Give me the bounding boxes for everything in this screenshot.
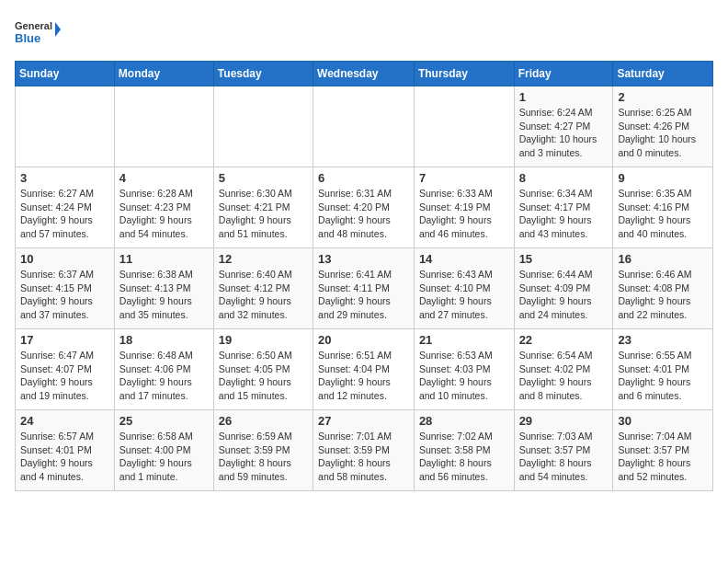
day-number: 17 [20,333,109,347]
day-info: Sunrise: 6:33 AM Sunset: 4:19 PM Dayligh… [419,187,509,241]
day-info: Sunrise: 6:47 AM Sunset: 4:07 PM Dayligh… [20,349,109,403]
day-info: Sunrise: 6:53 AM Sunset: 4:03 PM Dayligh… [419,349,509,403]
day-number: 2 [618,90,708,104]
svg-text:General: General [15,20,52,31]
weekday-header-tuesday: Tuesday [213,62,313,86]
day-info: Sunrise: 6:59 AM Sunset: 3:59 PM Dayligh… [219,430,308,484]
day-cell: 3Sunrise: 6:27 AM Sunset: 4:24 PM Daylig… [16,167,115,248]
day-cell [313,86,415,167]
day-cell: 16Sunrise: 6:46 AM Sunset: 4:08 PM Dayli… [613,248,713,329]
day-info: Sunrise: 6:31 AM Sunset: 4:20 PM Dayligh… [318,187,409,241]
day-number: 21 [419,333,509,347]
day-cell: 7Sunrise: 6:33 AM Sunset: 4:19 PM Daylig… [414,167,514,248]
day-cell: 27Sunrise: 7:01 AM Sunset: 3:59 PM Dayli… [313,410,415,491]
day-info: Sunrise: 7:02 AM Sunset: 3:58 PM Dayligh… [419,430,509,484]
day-number: 23 [618,333,708,347]
weekday-header-friday: Friday [514,62,613,86]
day-cell: 21Sunrise: 6:53 AM Sunset: 4:03 PM Dayli… [414,329,514,410]
day-info: Sunrise: 6:38 AM Sunset: 4:13 PM Dayligh… [119,268,209,322]
day-number: 27 [318,414,409,428]
weekday-header-wednesday: Wednesday [313,62,415,86]
day-cell: 25Sunrise: 6:58 AM Sunset: 4:00 PM Dayli… [114,410,213,491]
day-info: Sunrise: 6:27 AM Sunset: 4:24 PM Dayligh… [20,187,109,241]
day-info: Sunrise: 6:28 AM Sunset: 4:23 PM Dayligh… [119,187,209,241]
logo: General Blue [15,15,61,53]
calendar-table: SundayMondayTuesdayWednesdayThursdayFrid… [15,61,713,491]
day-info: Sunrise: 6:30 AM Sunset: 4:21 PM Dayligh… [219,187,308,241]
day-number: 11 [119,252,209,266]
day-number: 5 [219,171,308,185]
day-cell: 28Sunrise: 7:02 AM Sunset: 3:58 PM Dayli… [414,410,514,491]
day-info: Sunrise: 6:37 AM Sunset: 4:15 PM Dayligh… [20,268,109,322]
day-cell: 9Sunrise: 6:35 AM Sunset: 4:16 PM Daylig… [613,167,713,248]
day-number: 10 [20,252,109,266]
weekday-header-row: SundayMondayTuesdayWednesdayThursdayFrid… [16,62,713,86]
day-number: 1 [519,90,609,104]
day-number: 26 [219,414,308,428]
week-row-5: 24Sunrise: 6:57 AM Sunset: 4:01 PM Dayli… [16,410,713,491]
day-number: 8 [519,171,609,185]
day-number: 7 [419,171,509,185]
day-number: 29 [519,414,609,428]
day-info: Sunrise: 6:58 AM Sunset: 4:00 PM Dayligh… [119,430,209,484]
day-number: 6 [318,171,409,185]
day-number: 24 [20,414,109,428]
day-cell: 10Sunrise: 6:37 AM Sunset: 4:15 PM Dayli… [16,248,115,329]
day-number: 16 [618,252,708,266]
day-number: 4 [119,171,209,185]
day-cell: 15Sunrise: 6:44 AM Sunset: 4:09 PM Dayli… [514,248,613,329]
day-number: 13 [318,252,409,266]
day-cell: 8Sunrise: 6:34 AM Sunset: 4:17 PM Daylig… [514,167,613,248]
day-info: Sunrise: 6:50 AM Sunset: 4:05 PM Dayligh… [219,349,308,403]
day-number: 14 [419,252,509,266]
day-cell: 23Sunrise: 6:55 AM Sunset: 4:01 PM Dayli… [613,329,713,410]
day-number: 28 [419,414,509,428]
day-cell: 29Sunrise: 7:03 AM Sunset: 3:57 PM Dayli… [514,410,613,491]
day-info: Sunrise: 6:43 AM Sunset: 4:10 PM Dayligh… [419,268,509,322]
week-row-4: 17Sunrise: 6:47 AM Sunset: 4:07 PM Dayli… [16,329,713,410]
weekday-header-saturday: Saturday [613,62,713,86]
day-cell: 26Sunrise: 6:59 AM Sunset: 3:59 PM Dayli… [213,410,313,491]
day-info: Sunrise: 6:51 AM Sunset: 4:04 PM Dayligh… [318,349,409,403]
day-info: Sunrise: 6:40 AM Sunset: 4:12 PM Dayligh… [219,268,308,322]
day-cell [16,86,115,167]
page-header: General Blue [15,15,713,53]
day-cell: 20Sunrise: 6:51 AM Sunset: 4:04 PM Dayli… [313,329,415,410]
day-number: 25 [119,414,209,428]
week-row-1: 1Sunrise: 6:24 AM Sunset: 4:27 PM Daylig… [16,86,713,167]
day-cell: 1Sunrise: 6:24 AM Sunset: 4:27 PM Daylig… [514,86,613,167]
day-info: Sunrise: 6:55 AM Sunset: 4:01 PM Dayligh… [618,349,708,403]
day-info: Sunrise: 6:44 AM Sunset: 4:09 PM Dayligh… [519,268,609,322]
weekday-header-sunday: Sunday [16,62,115,86]
day-info: Sunrise: 6:35 AM Sunset: 4:16 PM Dayligh… [618,187,708,241]
svg-text:Blue: Blue [15,31,40,45]
day-cell: 5Sunrise: 6:30 AM Sunset: 4:21 PM Daylig… [213,167,313,248]
day-cell [114,86,213,167]
day-cell: 18Sunrise: 6:48 AM Sunset: 4:06 PM Dayli… [114,329,213,410]
day-cell: 11Sunrise: 6:38 AM Sunset: 4:13 PM Dayli… [114,248,213,329]
day-cell: 14Sunrise: 6:43 AM Sunset: 4:10 PM Dayli… [414,248,514,329]
day-cell: 22Sunrise: 6:54 AM Sunset: 4:02 PM Dayli… [514,329,613,410]
day-cell [414,86,514,167]
day-info: Sunrise: 6:46 AM Sunset: 4:08 PM Dayligh… [618,268,708,322]
day-info: Sunrise: 6:41 AM Sunset: 4:11 PM Dayligh… [318,268,409,322]
day-info: Sunrise: 6:25 AM Sunset: 4:26 PM Dayligh… [618,106,708,160]
week-row-2: 3Sunrise: 6:27 AM Sunset: 4:24 PM Daylig… [16,167,713,248]
day-cell: 4Sunrise: 6:28 AM Sunset: 4:23 PM Daylig… [114,167,213,248]
day-number: 12 [219,252,308,266]
day-info: Sunrise: 6:34 AM Sunset: 4:17 PM Dayligh… [519,187,609,241]
day-cell [213,86,313,167]
day-cell: 30Sunrise: 7:04 AM Sunset: 3:57 PM Dayli… [613,410,713,491]
day-cell: 19Sunrise: 6:50 AM Sunset: 4:05 PM Dayli… [213,329,313,410]
day-number: 18 [119,333,209,347]
svg-marker-2 [55,22,61,37]
day-number: 30 [618,414,708,428]
logo-svg: General Blue [15,15,61,53]
day-info: Sunrise: 6:24 AM Sunset: 4:27 PM Dayligh… [519,106,609,160]
day-number: 15 [519,252,609,266]
day-info: Sunrise: 7:04 AM Sunset: 3:57 PM Dayligh… [618,430,708,484]
day-info: Sunrise: 6:54 AM Sunset: 4:02 PM Dayligh… [519,349,609,403]
weekday-header-thursday: Thursday [414,62,514,86]
day-number: 19 [219,333,308,347]
day-info: Sunrise: 6:48 AM Sunset: 4:06 PM Dayligh… [119,349,209,403]
